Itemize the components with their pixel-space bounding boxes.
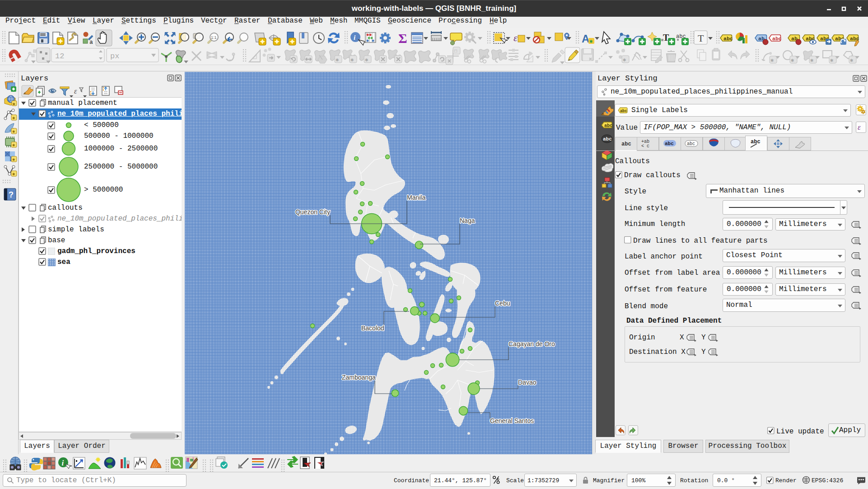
svg-text:✱: ✱ [12, 129, 15, 134]
svg-text:12: 12 [55, 52, 64, 61]
svg-text:Naga: Naga [460, 217, 475, 224]
svg-text:abc: abc [723, 36, 733, 42]
svg-text:✱: ✱ [623, 57, 626, 63]
svg-text:✱: ✱ [830, 57, 833, 64]
svg-text:✱: ✱ [791, 57, 794, 64]
svg-text:✱: ✱ [336, 57, 339, 63]
svg-text:Manila: Manila [407, 194, 425, 201]
svg-text:ε: ε [513, 32, 518, 43]
svg-text:abc: abc [621, 141, 631, 147]
svg-text:A: A [582, 33, 589, 45]
svg-text:✱: ✱ [12, 116, 15, 121]
svg-text:Zamboanga: Zamboanga [342, 374, 376, 381]
svg-text:Bacolod: Bacolod [361, 324, 384, 332]
svg-text:?: ? [9, 190, 14, 199]
svg-text:✱: ✱ [12, 172, 15, 177]
svg-text:i: i [62, 459, 64, 467]
svg-text:T: T [698, 33, 704, 44]
svg-text:a: a [89, 39, 93, 46]
svg-text:abc: abc [603, 136, 612, 142]
svg-text:abc: abc [604, 123, 612, 128]
svg-text:< c: < c [641, 144, 649, 149]
svg-text:Σ: Σ [398, 31, 407, 46]
svg-text:□: □ [454, 49, 457, 54]
svg-text:Quezon City: Quezon City [295, 208, 330, 216]
svg-text:✱: ✱ [12, 157, 15, 162]
svg-text:px: px [110, 52, 119, 61]
svg-text:✱: ✱ [12, 143, 15, 148]
svg-text:✱: ✱ [365, 57, 368, 63]
svg-text:abc: abc [772, 36, 782, 42]
svg-text:✱: ✱ [13, 102, 15, 107]
svg-text:General Santos: General Santos [490, 417, 534, 424]
svg-text:abc: abc [620, 109, 627, 113]
svg-text:✱: ✱ [850, 57, 853, 64]
svg-text:✱: ✱ [810, 57, 813, 64]
svg-text:abc: abc [665, 141, 674, 146]
svg-text:1:1: 1:1 [211, 35, 217, 40]
svg-text:abc: abc [751, 139, 761, 145]
svg-text:Cebu: Cebu [495, 300, 510, 307]
svg-text:✱: ✱ [350, 57, 354, 63]
svg-text:ε: ε [74, 87, 77, 95]
svg-text:✱: ✱ [770, 57, 774, 64]
svg-text:Davao: Davao [518, 379, 537, 386]
svg-text:✱: ✱ [589, 38, 593, 45]
svg-text:abc: abc [687, 141, 695, 146]
svg-text:Cagayan de Oro: Cagayan de Oro [509, 340, 555, 348]
